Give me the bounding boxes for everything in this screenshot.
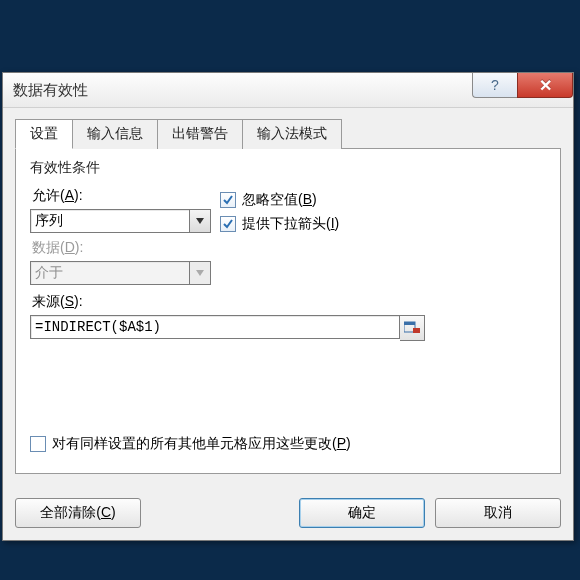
tab-error-alert[interactable]: 出错警告 <box>158 119 243 149</box>
source-input[interactable] <box>30 315 400 339</box>
data-validation-dialog: 数据有效性 ? ✕ 设置 输入信息 出错警告 输入法模式 有效性条件 允许(A)… <box>2 72 574 541</box>
svg-rect-2 <box>413 328 420 333</box>
allow-label: 允许(A): <box>32 187 220 205</box>
data-combo <box>30 261 220 285</box>
tab-ime-mode[interactable]: 输入法模式 <box>243 119 342 149</box>
close-button[interactable]: ✕ <box>517 73 573 98</box>
clear-all-button[interactable]: 全部清除(C) <box>15 498 141 528</box>
titlebar[interactable]: 数据有效性 ? ✕ <box>3 73 573 108</box>
data-input <box>30 261 190 285</box>
criteria-group-label: 有效性条件 <box>30 159 546 177</box>
ok-button[interactable]: 确定 <box>299 498 425 528</box>
range-picker-icon <box>404 321 420 335</box>
checkmark-icon <box>223 219 233 229</box>
apply-all-checkbox[interactable]: 对有同样设置的所有其他单元格应用这些更改(P) <box>30 435 351 453</box>
data-label: 数据(D): <box>32 239 220 257</box>
ignore-blank-checkbox[interactable]: 忽略空值(B) <box>220 191 339 209</box>
ignore-blank-label: 忽略空值(B) <box>242 191 317 209</box>
checkmark-icon <box>223 195 233 205</box>
checkbox-box <box>220 216 236 232</box>
tabstrip: 设置 输入信息 出错警告 输入法模式 <box>15 119 561 149</box>
range-picker-button[interactable] <box>400 315 425 341</box>
allow-combo[interactable] <box>30 209 220 233</box>
window-title: 数据有效性 <box>9 81 88 100</box>
dialog-footer: 全部清除(C) 确定 取消 <box>3 488 573 540</box>
settings-pane: 有效性条件 允许(A): 数据(D): <box>15 148 561 474</box>
cancel-button[interactable]: 取消 <box>435 498 561 528</box>
data-dropdown-button <box>190 261 211 285</box>
tab-settings[interactable]: 设置 <box>15 119 73 149</box>
apply-all-label: 对有同样设置的所有其他单元格应用这些更改(P) <box>52 435 351 453</box>
client-area: 设置 输入信息 出错警告 输入法模式 有效性条件 允许(A): 数据(D): <box>3 108 573 488</box>
chevron-down-icon <box>196 270 204 276</box>
help-button[interactable]: ? <box>472 73 517 98</box>
allow-dropdown-button[interactable] <box>190 209 211 233</box>
close-icon: ✕ <box>539 76 552 95</box>
svg-rect-1 <box>404 322 415 325</box>
in-cell-dropdown-checkbox[interactable]: 提供下拉箭头(I) <box>220 215 339 233</box>
chevron-down-icon <box>196 218 204 224</box>
tab-input-message[interactable]: 输入信息 <box>73 119 158 149</box>
in-cell-dropdown-label: 提供下拉箭头(I) <box>242 215 339 233</box>
checkbox-box <box>220 192 236 208</box>
source-label: 来源(S): <box>32 293 546 311</box>
checkbox-box <box>30 436 46 452</box>
allow-input[interactable] <box>30 209 190 233</box>
help-icon: ? <box>491 77 499 93</box>
